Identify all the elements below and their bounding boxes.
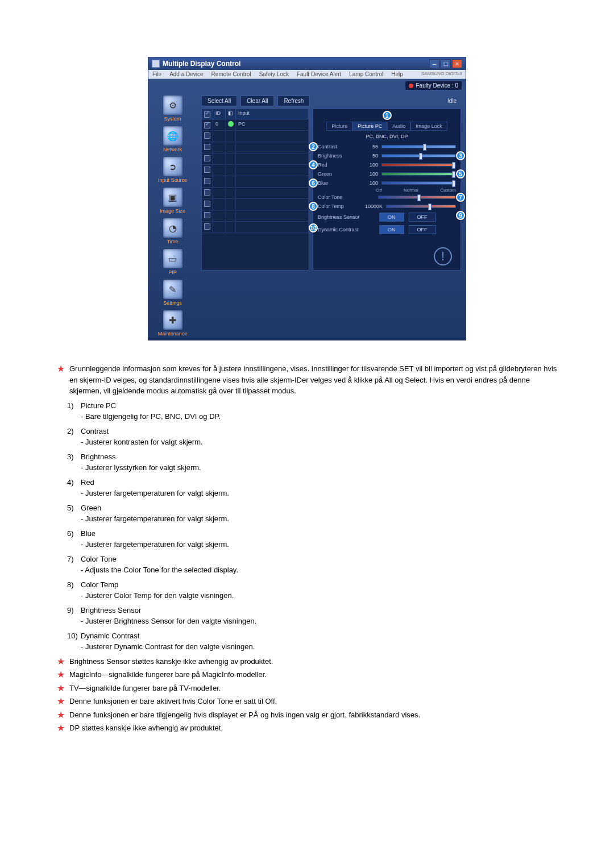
red-slider[interactable] <box>381 163 456 167</box>
note-text: DP støttes kanskje ikke avhengig av prod… <box>69 722 223 734</box>
row-checkbox[interactable] <box>204 212 210 218</box>
tab-picture-pc[interactable]: Picture PC <box>352 122 387 131</box>
note-text: MagicInfo—signalkilde fungerer bare på M… <box>69 669 267 680</box>
callout-5: 5 <box>456 169 465 178</box>
color-temp-value: 10000K <box>360 203 383 209</box>
star-icon: ★ <box>57 709 65 721</box>
table-row[interactable]: 0 PC <box>202 119 309 131</box>
star-icon: ★ <box>57 683 65 694</box>
blue-slider[interactable] <box>381 181 456 185</box>
tab-image-lock[interactable]: Image Lock <box>410 122 447 131</box>
sidebar-item-settings[interactable]: ✎Settings <box>150 280 196 306</box>
sidebar-item-maintenance[interactable]: ✚Maintenance <box>150 310 196 337</box>
row-checkbox[interactable] <box>204 122 210 128</box>
row-checkbox[interactable] <box>204 178 210 184</box>
col-id: ID <box>213 109 226 119</box>
menu-bar: File Add a Device Remote Control Safety … <box>148 70 466 79</box>
minimize-button[interactable]: – <box>429 59 439 68</box>
table-row[interactable] <box>202 142 309 153</box>
callout-8: 8 <box>309 202 318 211</box>
note-text: TV—signalkilde fungerer bare på TV-model… <box>69 683 221 694</box>
close-button[interactable]: × <box>452 59 462 68</box>
row-checkbox[interactable] <box>204 144 210 150</box>
menu-file[interactable]: File <box>148 70 165 78</box>
intro-text: Grunnleggende informasjon som kreves for… <box>69 363 557 397</box>
color-temp-slider[interactable] <box>386 205 456 208</box>
table-row[interactable] <box>202 210 309 222</box>
brightness-label: Brightness <box>318 153 356 159</box>
settings-panel: 1 Picture Picture PC Audio Image Lock PC… <box>313 109 461 271</box>
sidebar: ⚙System 🌐Network ➲Input Source ▣Image Si… <box>148 92 197 340</box>
faulty-device-box: Faulty Device : 0 <box>405 81 462 90</box>
col-status-icon: ◧ <box>226 109 236 119</box>
menu-lamp-control[interactable]: Lamp Control <box>345 70 387 78</box>
header-checkbox[interactable] <box>204 111 210 118</box>
fault-label: Faulty Device : 0 <box>416 82 458 89</box>
row-checkbox[interactable] <box>204 155 210 161</box>
settings-icon: ✎ <box>163 280 182 299</box>
note-text: Brightness Sensor støttes kanskje ikke a… <box>69 656 273 667</box>
row-checkbox[interactable] <box>204 201 210 207</box>
callout-2: 2 <box>309 142 318 151</box>
table-row[interactable] <box>202 176 309 188</box>
callout-6: 6 <box>309 178 318 188</box>
table-row[interactable] <box>202 165 309 176</box>
network-icon: 🌐 <box>163 126 182 146</box>
green-label: Green <box>318 171 356 177</box>
brightness-sensor-on-button[interactable]: ON <box>379 213 404 222</box>
menu-add-device[interactable]: Add a Device <box>165 70 207 78</box>
table-row[interactable] <box>202 153 309 165</box>
dynamic-contrast-off-button[interactable]: OFF <box>409 225 436 234</box>
color-temp-label: Color Temp <box>318 203 356 209</box>
col-input: Input <box>236 109 309 119</box>
title-bar: Multiple Display Control – □ × <box>148 57 466 70</box>
alert-icon: ! <box>434 247 452 265</box>
green-slider[interactable] <box>381 172 456 176</box>
select-all-button[interactable]: Select All <box>201 95 237 106</box>
sidebar-item-input-source[interactable]: ➲Input Source <box>150 157 196 183</box>
refresh-button[interactable]: Refresh <box>277 95 310 106</box>
menu-help[interactable]: Help <box>387 70 407 78</box>
description-section: ★Grunnleggende informasjon som kreves fo… <box>57 363 557 734</box>
brightness-slider[interactable] <box>381 154 456 157</box>
color-tone-label: Color Tone <box>318 194 375 200</box>
green-value: 100 <box>360 171 378 177</box>
contrast-label: Contrast <box>318 144 356 149</box>
sidebar-item-image-size[interactable]: ▣Image Size <box>150 188 196 214</box>
app-window: Multiple Display Control – □ × File Add … <box>148 57 466 340</box>
star-icon: ★ <box>57 669 65 680</box>
pip-icon: ▭ <box>163 249 182 268</box>
table-row[interactable] <box>202 131 309 142</box>
row-checkbox[interactable] <box>204 189 210 196</box>
sidebar-item-system[interactable]: ⚙System <box>150 95 196 122</box>
row-checkbox[interactable] <box>204 223 210 230</box>
time-icon: ◔ <box>163 218 182 238</box>
dynamic-contrast-on-button[interactable]: ON <box>379 225 404 234</box>
star-icon: ★ <box>57 656 65 667</box>
table-row[interactable] <box>202 188 309 199</box>
brightness-value: 50 <box>360 153 378 159</box>
table-row[interactable] <box>202 222 309 233</box>
clear-all-button[interactable]: Clear All <box>240 95 274 106</box>
callout-7: 7 <box>456 193 465 202</box>
maximize-button[interactable]: □ <box>441 59 451 68</box>
row-checkbox[interactable] <box>204 132 210 139</box>
sidebar-item-network[interactable]: 🌐Network <box>150 126 196 152</box>
color-tone-slider[interactable] <box>378 196 456 199</box>
menu-fault-alert[interactable]: Fault Device Alert <box>293 70 345 78</box>
row-checkbox[interactable] <box>204 167 210 173</box>
app-icon <box>152 60 160 68</box>
sidebar-item-pip[interactable]: ▭PIP <box>150 249 196 275</box>
idle-label: Idle <box>447 98 461 104</box>
sidebar-item-time[interactable]: ◔Time <box>150 218 196 244</box>
menu-safety-lock[interactable]: Safety Lock <box>255 70 293 78</box>
tab-audio[interactable]: Audio <box>387 122 410 131</box>
menu-remote-control[interactable]: Remote Control <box>208 70 255 78</box>
tab-picture[interactable]: Picture <box>326 122 352 131</box>
contrast-slider[interactable] <box>381 145 456 148</box>
table-row[interactable] <box>202 199 309 210</box>
brightness-sensor-off-button[interactable]: OFF <box>409 213 436 222</box>
callout-9: 9 <box>456 211 465 220</box>
note-text: Denne funksjonen er bare tilgjengelig hv… <box>69 709 420 721</box>
note-text: Denne funksjonen er bare aktivert hvis C… <box>69 696 277 707</box>
